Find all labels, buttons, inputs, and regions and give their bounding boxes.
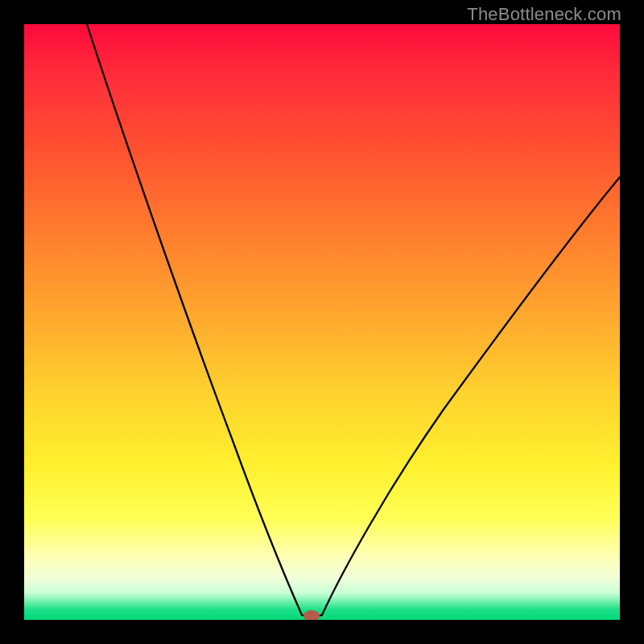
chart-frame: TheBottleneck.com xyxy=(0,0,644,644)
curve-left-branch xyxy=(87,24,302,615)
curve-right-branch xyxy=(322,177,620,615)
plot-area xyxy=(24,24,620,620)
valley-marker-icon xyxy=(303,610,320,620)
watermark-text: TheBottleneck.com xyxy=(467,4,621,25)
curve-svg xyxy=(24,24,620,620)
